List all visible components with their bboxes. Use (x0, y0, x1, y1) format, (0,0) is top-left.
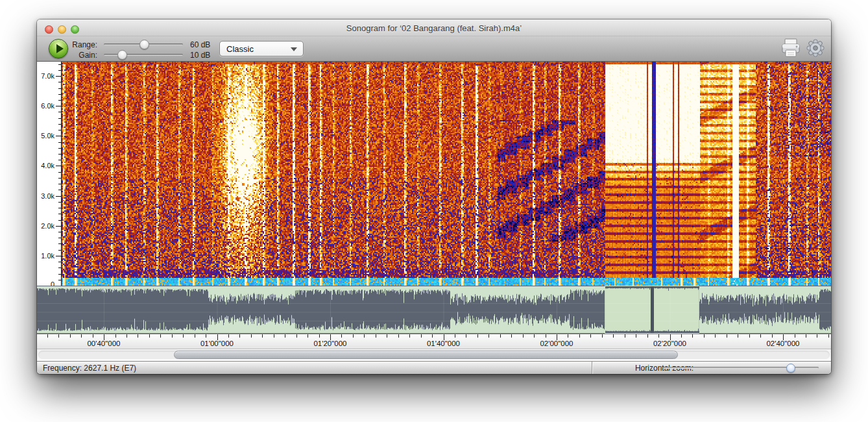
freq-tick (58, 172, 61, 173)
time-tick (307, 334, 308, 338)
time-tick (738, 334, 738, 338)
time-tick-label: 02'20"000 (653, 340, 686, 347)
time-tick (670, 334, 671, 340)
time-tick (47, 334, 48, 338)
freq-tick (58, 70, 61, 71)
time-tick (715, 334, 716, 338)
freq-tick (58, 130, 61, 130)
chevron-down-icon (291, 47, 297, 51)
time-tick (817, 334, 817, 338)
printer-icon (780, 37, 802, 59)
time-tick (409, 334, 410, 338)
freq-tick (58, 82, 61, 82)
scrollbar-thumb[interactable] (174, 351, 678, 359)
waveform-overview[interactable] (37, 286, 831, 334)
time-tick (488, 334, 489, 338)
freq-tick (56, 256, 61, 256)
time-tick (727, 334, 727, 338)
settings-button[interactable] (804, 37, 826, 59)
freq-tick (58, 214, 61, 214)
time-tick (557, 334, 557, 340)
time-tick (500, 334, 501, 338)
time-tick (262, 334, 263, 338)
freq-tick (58, 64, 61, 65)
range-slider[interactable] (104, 40, 183, 49)
time-tick (432, 334, 433, 338)
time-tick (772, 334, 773, 338)
time-tick (228, 334, 229, 338)
time-tick (183, 334, 184, 338)
time-tick (127, 334, 127, 338)
time-tick (466, 334, 466, 338)
freq-tick (58, 267, 61, 268)
time-tick (330, 334, 331, 340)
gain-slider-thumb[interactable] (117, 50, 127, 60)
horizontal-zoom-slider[interactable] (663, 364, 819, 373)
freq-tick (56, 106, 61, 106)
freq-tick (58, 232, 61, 232)
freq-tick (58, 250, 61, 251)
time-tick (149, 334, 150, 338)
time-tick (523, 334, 524, 338)
sonogram-window: Sonogram for ‘02 Bangarang (feat. Sirah)… (37, 19, 831, 374)
time-tick (579, 334, 580, 338)
time-tick (783, 334, 784, 340)
time-tick (806, 334, 806, 338)
time-tick-label: 01'20"000 (313, 340, 346, 347)
freq-tick-label: 6.0k (41, 102, 54, 110)
time-tick (828, 334, 829, 338)
time-tick (625, 334, 625, 338)
gain-label: Gain: (50, 51, 97, 60)
time-tick-label: 02'40"000 (766, 340, 799, 347)
freq-tick (58, 243, 61, 244)
zoom-slider-track (663, 367, 819, 369)
stage: Sonogram for ‘02 Bangarang (feat. Sirah)… (0, 0, 868, 422)
time-tick (93, 334, 93, 338)
time-tick (251, 334, 252, 338)
freq-tick (58, 148, 61, 149)
time-tick (455, 334, 455, 338)
time-tick (364, 334, 365, 338)
time-tick (172, 334, 173, 338)
palette-selected-value: Classic (226, 44, 254, 54)
freq-tick (56, 166, 61, 166)
time-tick (206, 334, 206, 338)
time-tick (70, 334, 71, 338)
time-tick (444, 334, 444, 340)
time-tick (613, 334, 614, 338)
time-ruler: 00'40"000 01'00"000 01'20"000 01'40"000 … (37, 334, 831, 349)
time-tick-label: 02'00"000 (540, 340, 573, 347)
freq-tick (58, 274, 61, 275)
status-divider (592, 362, 592, 374)
time-tick (795, 334, 795, 338)
time-tick (421, 334, 422, 338)
freq-tick (58, 88, 61, 89)
freq-tick (58, 94, 61, 95)
freq-tick (56, 76, 61, 77)
time-tick (387, 334, 387, 338)
freq-tick (58, 154, 61, 155)
freq-tick (58, 100, 61, 101)
palette-dropdown[interactable]: Classic (219, 41, 304, 56)
freq-tick (56, 226, 61, 227)
freq-tick (58, 190, 61, 190)
gain-slider-track (104, 54, 183, 56)
time-tick (704, 334, 705, 338)
time-tick (239, 334, 240, 338)
time-tick (477, 334, 478, 338)
range-slider-thumb[interactable] (139, 40, 149, 49)
horizontal-scrollbar[interactable] (37, 349, 831, 361)
time-tick-label: 01'40"000 (427, 340, 460, 347)
time-tick (534, 334, 535, 338)
spectrogram-canvas[interactable] (62, 62, 831, 286)
time-tick (160, 334, 161, 338)
freq-tick-label: 7.0k (41, 72, 54, 80)
time-tick (658, 334, 659, 338)
time-tick (195, 334, 195, 338)
print-button[interactable] (780, 37, 802, 59)
zoom-slider-thumb[interactable] (786, 364, 795, 373)
time-tick (590, 334, 591, 338)
time-tick (749, 334, 750, 338)
time-tick (353, 334, 354, 338)
gain-slider[interactable] (104, 50, 183, 60)
